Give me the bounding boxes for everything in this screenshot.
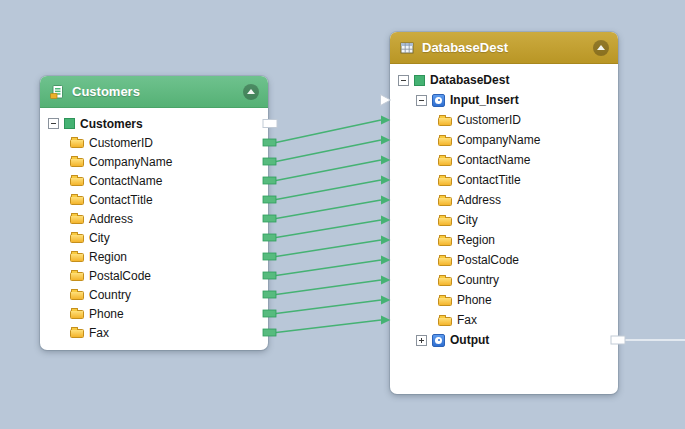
folder-icon bbox=[438, 177, 452, 186]
node-label: Customers bbox=[80, 118, 143, 130]
field-label: Region bbox=[457, 234, 495, 246]
folder-icon bbox=[438, 257, 452, 266]
component-customers[interactable]: Customers Customers CustomerID CompanyNa… bbox=[40, 76, 268, 350]
tree-node-field[interactable]: CompanyName bbox=[390, 130, 618, 150]
field-label: Phone bbox=[457, 294, 492, 306]
folder-icon bbox=[70, 272, 84, 281]
field-label: ContactName bbox=[89, 175, 162, 187]
field-label: PostalCode bbox=[89, 270, 151, 282]
triangle-up-icon bbox=[247, 89, 255, 94]
tree-node-field[interactable]: City bbox=[390, 210, 618, 230]
component-title: DatabaseDest bbox=[422, 40, 508, 55]
tree-node-databasedest-root[interactable]: DatabaseDest bbox=[390, 70, 618, 90]
connection-line[interactable] bbox=[276, 260, 381, 276]
tree-node-field[interactable]: Region bbox=[390, 230, 618, 250]
field-label: Phone bbox=[89, 308, 124, 320]
tree-node-field[interactable]: CompanyName bbox=[40, 152, 268, 171]
triangle-up-icon bbox=[597, 45, 605, 50]
component-databasedest-header[interactable]: DatabaseDest bbox=[390, 32, 618, 64]
folder-icon bbox=[438, 237, 452, 246]
connection-line[interactable] bbox=[276, 180, 381, 200]
tree-node-field[interactable]: Country bbox=[40, 285, 268, 304]
folder-icon bbox=[70, 215, 84, 224]
tree-node-customers-root[interactable]: Customers bbox=[40, 114, 268, 133]
folder-icon bbox=[70, 253, 84, 262]
mapping-canvas: Customers Customers CustomerID CompanyNa… bbox=[0, 0, 685, 429]
input-insert-connector-arrow[interactable] bbox=[381, 95, 391, 106]
collapse-expander-icon[interactable] bbox=[416, 95, 427, 106]
folder-icon bbox=[70, 139, 84, 148]
folder-icon bbox=[438, 157, 452, 166]
tree-node-field[interactable]: PostalCode bbox=[40, 266, 268, 285]
folder-icon bbox=[70, 158, 84, 167]
tree-node-field[interactable]: Fax bbox=[390, 310, 618, 330]
tree-node-field[interactable]: PostalCode bbox=[390, 250, 618, 270]
component-customers-header[interactable]: Customers bbox=[40, 76, 268, 108]
field-label: ContactTitle bbox=[89, 194, 153, 206]
tree-node-field[interactable]: ContactTitle bbox=[390, 170, 618, 190]
folder-icon bbox=[438, 277, 452, 286]
tree-node-field[interactable]: CustomerID bbox=[40, 133, 268, 152]
collapse-toggle-button[interactable] bbox=[593, 40, 609, 56]
connection-line[interactable] bbox=[276, 320, 381, 333]
tree-node-output[interactable]: Output bbox=[390, 330, 618, 350]
component-databasedest[interactable]: DatabaseDest DatabaseDest Input_Insert C… bbox=[390, 32, 618, 394]
field-label: Country bbox=[457, 274, 499, 286]
tree-node-field[interactable]: ContactName bbox=[40, 171, 268, 190]
tree-node-field[interactable]: Phone bbox=[390, 290, 618, 310]
folder-icon bbox=[438, 317, 452, 326]
field-label: Region bbox=[89, 251, 127, 263]
field-label: CustomerID bbox=[89, 137, 153, 149]
connection-line[interactable] bbox=[276, 220, 381, 238]
tree-node-input-insert[interactable]: Input_Insert bbox=[390, 90, 618, 110]
folder-icon bbox=[438, 117, 452, 126]
database-table-icon bbox=[399, 40, 415, 56]
field-label: PostalCode bbox=[457, 254, 519, 266]
folder-icon bbox=[70, 329, 84, 338]
folder-icon bbox=[70, 310, 84, 319]
tree-node-field[interactable]: ContactTitle bbox=[40, 190, 268, 209]
expand-expander-icon[interactable] bbox=[416, 335, 427, 346]
field-label: CompanyName bbox=[89, 156, 172, 168]
component-title: Customers bbox=[72, 84, 140, 99]
field-label: Address bbox=[457, 194, 501, 206]
connection-line[interactable] bbox=[276, 120, 381, 143]
tree-node-field[interactable]: City bbox=[40, 228, 268, 247]
field-label: Address bbox=[89, 213, 133, 225]
field-label: Fax bbox=[457, 314, 477, 326]
folder-icon bbox=[70, 177, 84, 186]
folder-icon bbox=[438, 297, 452, 306]
folder-icon bbox=[438, 217, 452, 226]
field-label: Fax bbox=[89, 327, 109, 339]
connection-line[interactable] bbox=[276, 280, 381, 295]
tree-node-field[interactable]: Address bbox=[390, 190, 618, 210]
tree-node-field[interactable]: Region bbox=[40, 247, 268, 266]
customers-tree: Customers CustomerID CompanyName Contact… bbox=[40, 108, 268, 350]
tree-node-field[interactable]: ContactName bbox=[390, 150, 618, 170]
field-label: ContactName bbox=[457, 154, 530, 166]
folder-icon bbox=[70, 291, 84, 300]
tree-node-field[interactable]: Phone bbox=[40, 304, 268, 323]
collapse-toggle-button[interactable] bbox=[243, 84, 259, 100]
folder-icon bbox=[70, 196, 84, 205]
field-label: City bbox=[89, 232, 110, 244]
field-label: CompanyName bbox=[457, 134, 540, 146]
tree-node-field[interactable]: Fax bbox=[40, 323, 268, 342]
table-icon bbox=[414, 75, 425, 86]
tree-node-field[interactable]: Address bbox=[40, 209, 268, 228]
tree-node-field[interactable]: Country bbox=[390, 270, 618, 290]
connection-line[interactable] bbox=[276, 300, 381, 314]
field-label: Country bbox=[89, 289, 131, 301]
connection-line[interactable] bbox=[276, 140, 381, 162]
field-label: ContactTitle bbox=[457, 174, 521, 186]
folder-icon bbox=[438, 137, 452, 146]
node-label: DatabaseDest bbox=[430, 74, 509, 86]
connection-line[interactable] bbox=[276, 240, 381, 257]
gear-icon bbox=[432, 94, 445, 107]
collapse-expander-icon[interactable] bbox=[398, 75, 409, 86]
tree-node-field[interactable]: CustomerID bbox=[390, 110, 618, 130]
collapse-expander-icon[interactable] bbox=[48, 118, 59, 129]
connection-line[interactable] bbox=[276, 160, 381, 181]
table-icon bbox=[64, 118, 75, 129]
connection-line[interactable] bbox=[276, 200, 381, 219]
